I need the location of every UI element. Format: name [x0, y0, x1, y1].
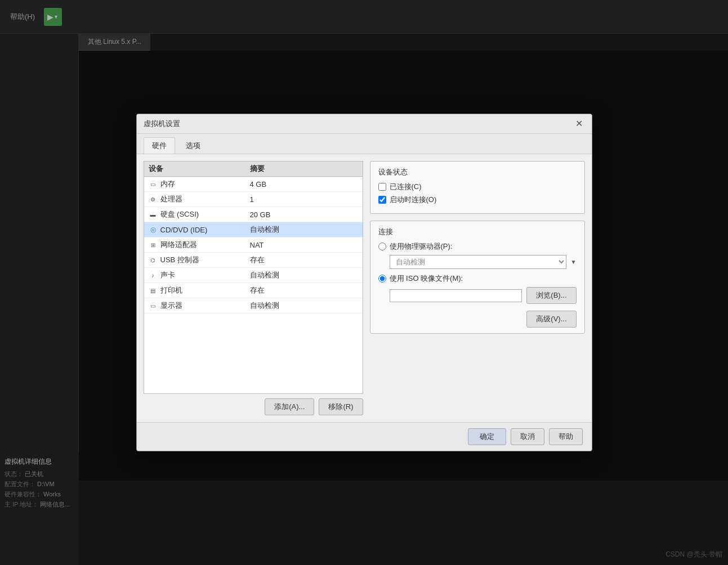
device-name-sound: 声卡 [160, 270, 175, 280]
device-row-cdrom[interactable]: CD/DVD (IDE) 自动检测 [144, 222, 363, 237]
use-iso-label: 使用 ISO 映像文件(M): [390, 273, 463, 284]
device-name-network: 网络适配器 [160, 240, 197, 250]
device-row-display[interactable]: 显示器 自动检测 [144, 298, 363, 313]
ok-button[interactable]: 确定 [468, 428, 506, 445]
col-summary-label: 摘要 [250, 164, 358, 174]
device-table: 设备 摘要 内存 4 GB [144, 161, 363, 394]
device-name-hdd: 硬盘 (SCSI) [160, 209, 199, 219]
device-row-memory[interactable]: 内存 4 GB [144, 177, 363, 192]
dialog-tabs: 硬件 选项 [137, 134, 592, 154]
connected-row: 已连接(C) [378, 182, 577, 192]
dialog-overlay: 虚拟机设置 ✕ 硬件 选项 设备 摘要 [0, 0, 728, 565]
dialog-body: 设备 摘要 内存 4 GB [137, 154, 592, 422]
device-status-title: 设备状态 [378, 167, 577, 177]
advanced-button[interactable]: 高级(V)... [526, 311, 576, 328]
use-physical-radio[interactable] [378, 243, 386, 250]
device-row-cpu[interactable]: 处理器 1 [144, 192, 363, 207]
device-summary-cpu: 1 [250, 195, 358, 204]
tab-options[interactable]: 选项 [177, 137, 209, 154]
add-device-button[interactable]: 添加(A)... [265, 398, 314, 415]
iso-path-row: 浏览(B)... [390, 287, 577, 304]
browse-button[interactable]: 浏览(B)... [526, 287, 576, 304]
network-icon [149, 240, 158, 249]
iso-path-input[interactable] [390, 289, 522, 302]
sound-icon [149, 271, 158, 280]
device-row-hdd[interactable]: 硬盘 (SCSI) 20 GB [144, 207, 363, 222]
device-row-sound[interactable]: 声卡 自动检测 [144, 268, 363, 283]
device-summary-network: NAT [250, 241, 358, 249]
connected-label: 已连接(C) [390, 182, 422, 192]
device-summary-printer: 存在 [250, 285, 358, 295]
cancel-button[interactable]: 取消 [511, 428, 544, 445]
device-summary-memory: 4 GB [250, 180, 358, 189]
dialog-close-button[interactable]: ✕ [573, 119, 585, 128]
device-table-header: 设备 摘要 [144, 162, 363, 177]
device-summary-cdrom: 自动检测 [250, 225, 358, 235]
connected-checkbox[interactable] [378, 183, 386, 191]
display-icon [149, 301, 158, 310]
device-actions: 添加(A)... 移除(R) [144, 398, 363, 415]
device-name-display: 显示器 [160, 301, 182, 311]
device-panel: 设备 摘要 内存 4 GB [144, 161, 363, 415]
advanced-row: 高级(V)... [378, 311, 577, 328]
device-summary-usb: 存在 [250, 255, 358, 265]
device-summary-display: 自动检测 [250, 301, 358, 311]
dialog-title: 虚拟机设置 [144, 119, 180, 129]
col-device-label: 设备 [149, 164, 250, 174]
connection-section: 连接 使用物理驱动器(P): 自动检测 ▼ [370, 221, 585, 334]
cdrom-icon [149, 225, 158, 234]
help-button[interactable]: 帮助 [549, 428, 583, 445]
connect-on-start-checkbox[interactable] [378, 196, 386, 204]
dialog-footer: 确定 取消 帮助 [137, 422, 592, 451]
device-row-network[interactable]: 网络适配器 NAT [144, 237, 363, 253]
use-physical-label: 使用物理驱动器(P): [390, 241, 453, 252]
dropdown-arrow-icon: ▼ [571, 259, 577, 265]
use-iso-row: 使用 ISO 映像文件(M): [378, 273, 577, 284]
device-row-printer[interactable]: 打印机 存在 [144, 283, 363, 298]
use-physical-row: 使用物理驱动器(P): [378, 241, 577, 252]
device-summary-hdd: 20 GB [250, 210, 358, 219]
device-row-usb[interactable]: USB 控制器 存在 [144, 253, 363, 268]
tab-hardware[interactable]: 硬件 [144, 137, 175, 154]
config-panel: 设备状态 已连接(C) 启动时连接(O) 连接 [370, 161, 585, 415]
cpu-icon [149, 195, 158, 204]
dialog-titlebar: 虚拟机设置 ✕ [137, 114, 592, 134]
connect-on-start-row: 启动时连接(O) [378, 195, 577, 205]
usb-icon [149, 255, 158, 264]
device-name-printer: 打印机 [160, 285, 182, 295]
device-name-cdrom: CD/DVD (IDE) [160, 226, 208, 234]
hdd-icon [149, 210, 158, 219]
device-summary-sound: 自动检测 [250, 270, 358, 280]
memory-icon [149, 180, 158, 189]
vm-settings-dialog: 虚拟机设置 ✕ 硬件 选项 设备 摘要 [136, 114, 592, 451]
connection-title: 连接 [378, 227, 577, 237]
device-name-memory: 内存 [160, 179, 175, 189]
use-iso-radio[interactable] [378, 275, 386, 282]
connect-on-start-label: 启动时连接(O) [390, 195, 437, 205]
device-name-cpu: 处理器 [160, 194, 182, 204]
device-status-section: 设备状态 已连接(C) 启动时连接(O) [370, 161, 585, 214]
printer-icon [149, 286, 158, 295]
auto-detect-row: 自动检测 ▼ [390, 255, 577, 269]
remove-device-button[interactable]: 移除(R) [319, 398, 363, 415]
device-name-usb: USB 控制器 [160, 255, 199, 265]
auto-detect-select[interactable]: 自动检测 [390, 255, 566, 269]
